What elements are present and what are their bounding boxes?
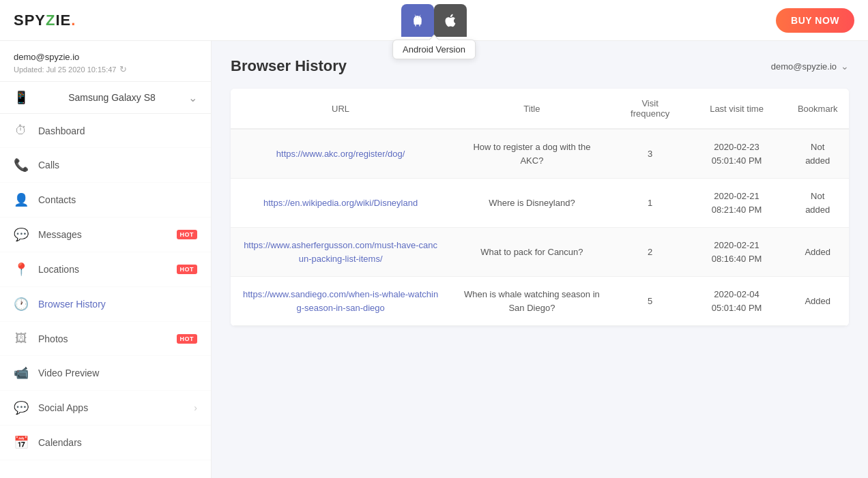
table-row: https://www.asherfergusson.com/must-have…: [231, 228, 849, 277]
nav-arrow-social-apps: ›: [194, 402, 197, 413]
sidebar-item-video-preview[interactable]: 📹Video Preview: [0, 356, 211, 391]
device-name: Samsung Galaxy S8: [68, 92, 156, 103]
android-tab[interactable]: [401, 4, 434, 37]
table-cell-1-1: Where is Disneyland?: [450, 179, 613, 228]
content-area: Browser History demo@spyzie.io ⌄ URLTitl…: [212, 41, 868, 478]
user-email: demo@spyzie.io: [14, 52, 197, 62]
browser-history-table: URLTitleVisit frequencyLast visit timeBo…: [231, 89, 849, 326]
os-selector: Android Version: [401, 4, 467, 37]
device-icon: 📱: [14, 90, 29, 105]
table-cell-0-4: Not added: [786, 129, 849, 179]
account-dropdown[interactable]: demo@spyzie.io ⌄: [771, 61, 849, 72]
locations-icon: 📍: [14, 262, 29, 277]
sidebar-item-messages[interactable]: 💬MessagesHOT: [0, 218, 211, 252]
sidebar-item-social-apps[interactable]: 💬Social Apps›: [0, 391, 211, 425]
table-cell-2-2: 2: [613, 228, 687, 277]
contacts-icon: 👤: [14, 192, 29, 207]
sidebar-item-label-calls: Calls: [38, 160, 197, 170]
sidebar-item-label-messages: Messages: [38, 229, 167, 240]
table-row: https://www.akc.org/register/dog/How to …: [231, 129, 849, 179]
table-row: https://www.sandiego.com/when-is-whale-w…: [231, 277, 849, 326]
sidebar-item-contacts[interactable]: 👤Contacts: [0, 183, 211, 218]
sidebar-item-label-video-preview: Video Preview: [38, 368, 197, 378]
dashboard-icon: ⏱: [14, 123, 29, 138]
col-header-visit-frequency: Visit frequency: [613, 89, 687, 129]
table-cell-0-2: 3: [613, 129, 687, 179]
sidebar-item-calendars[interactable]: 📅Calendars: [0, 425, 211, 460]
main-layout: demo@spyzie.io Updated: Jul 25 2020 10:1…: [0, 41, 868, 478]
sidebar-item-label-photos: Photos: [38, 333, 167, 344]
table-cell-0-1: How to register a dog with the AKC?: [450, 129, 613, 179]
photos-icon: 🖼: [14, 331, 29, 346]
sidebar-item-locations[interactable]: 📍LocationsHOT: [0, 252, 211, 287]
table-cell-3-4: Added: [786, 277, 849, 326]
updated-time: Updated: Jul 25 2020 10:15:47 ↻: [14, 64, 197, 74]
col-header-title: Title: [450, 89, 613, 129]
badge-hot-photos: HOT: [177, 334, 198, 344]
nav-list: ⏱Dashboard📞Calls👤Contacts💬MessagesHOT📍Lo…: [0, 114, 211, 460]
badge-hot-messages: HOT: [177, 230, 198, 239]
sidebar-item-calls[interactable]: 📞Calls: [0, 148, 211, 183]
account-email: demo@spyzie.io: [771, 61, 837, 72]
sidebar-item-label-social-apps: Social Apps: [38, 402, 184, 413]
table-cell-2-4: Added: [786, 228, 849, 277]
table-cell-0-3: 2020-02-23 05:01:40 PM: [687, 129, 787, 179]
sidebar-item-label-dashboard: Dashboard: [38, 125, 197, 136]
dropdown-arrow-icon: ⌄: [841, 61, 849, 72]
sidebar-item-label-contacts: Contacts: [38, 194, 197, 205]
table-cell-1-3: 2020-02-21 08:21:40 PM: [687, 179, 787, 228]
table-cell-1-2: 1: [613, 179, 687, 228]
social-apps-icon: 💬: [14, 400, 29, 415]
table-cell-0-0: https://www.akc.org/register/dog/: [231, 129, 450, 179]
chevron-down-icon[interactable]: ⌄: [188, 91, 197, 104]
table-cell-1-0: https://en.wikipedia.org/wiki/Disneyland: [231, 179, 450, 228]
table-cell-2-1: What to pack for Cancun?: [450, 228, 613, 277]
calendars-icon: 📅: [14, 435, 29, 450]
sidebar-item-photos[interactable]: 🖼PhotosHOT: [0, 322, 211, 356]
calls-icon: 📞: [14, 158, 29, 173]
table-cell-2-0: https://www.asherfergusson.com/must-have…: [231, 228, 450, 277]
sidebar-item-label-calendars: Calendars: [38, 437, 197, 448]
device-section: demo@spyzie.io Updated: Jul 25 2020 10:1…: [0, 41, 211, 82]
video-preview-icon: 📹: [14, 365, 29, 380]
table-row: https://en.wikipedia.org/wiki/Disneyland…: [231, 179, 849, 228]
refresh-icon[interactable]: ↻: [119, 64, 127, 74]
android-tooltip: Android Version: [392, 40, 476, 59]
table-cell-3-1: When is whale watching season in San Die…: [450, 277, 613, 326]
sidebar-item-label-browser-history: Browser History: [38, 299, 197, 310]
device-row[interactable]: 📱 Samsung Galaxy S8 ⌄: [0, 82, 211, 114]
android-icon: [410, 13, 425, 28]
col-header-last-visit-time: Last visit time: [687, 89, 787, 129]
badge-hot-locations: HOT: [177, 265, 198, 274]
page-title: Browser History: [231, 57, 347, 75]
sidebar-item-browser-history[interactable]: 🕐Browser History: [0, 287, 211, 322]
table-body: https://www.akc.org/register/dog/How to …: [231, 129, 849, 326]
table-cell-3-2: 5: [613, 277, 687, 326]
col-header-bookmark: Bookmark: [786, 89, 849, 129]
table-header: URLTitleVisit frequencyLast visit timeBo…: [231, 89, 849, 129]
apple-icon: [443, 13, 458, 28]
table-cell-3-0: https://www.sandiego.com/when-is-whale-w…: [231, 277, 450, 326]
col-header-url: URL: [231, 89, 450, 129]
topbar: SPYZIE. Android Version BUY NOW: [0, 0, 868, 41]
table-cell-3-3: 2020-02-04 05:01:40 PM: [687, 277, 787, 326]
table-cell-1-4: Not added: [786, 179, 849, 228]
table-header-row: URLTitleVisit frequencyLast visit timeBo…: [231, 89, 849, 129]
os-tabs: [401, 4, 467, 37]
sidebar-item-label-locations: Locations: [38, 264, 167, 275]
sidebar-item-dashboard[interactable]: ⏱Dashboard: [0, 114, 211, 148]
messages-icon: 💬: [14, 227, 29, 242]
browser-history-icon: 🕐: [14, 297, 29, 312]
sidebar: demo@spyzie.io Updated: Jul 25 2020 10:1…: [0, 41, 212, 478]
content-header: Browser History demo@spyzie.io ⌄: [231, 57, 849, 75]
logo: SPYZIE.: [14, 12, 76, 29]
ios-tab[interactable]: [434, 4, 467, 37]
buy-now-button[interactable]: BUY NOW: [776, 8, 854, 33]
table-cell-2-3: 2020-02-21 08:16:40 PM: [687, 228, 787, 277]
